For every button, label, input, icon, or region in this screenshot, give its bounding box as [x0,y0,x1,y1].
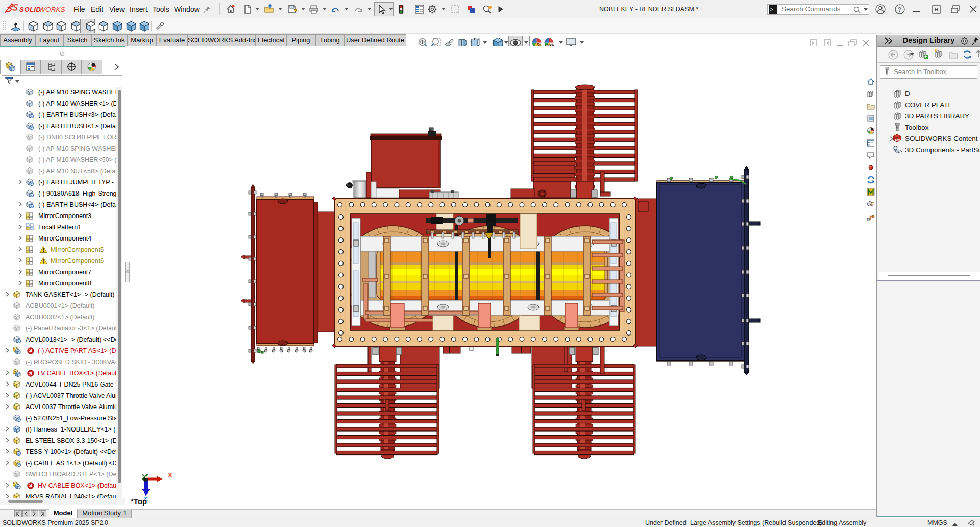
svg-text:SW: SW [895,138,900,141]
svg-text:@: @ [871,201,874,205]
svg-text:WORKS: WORKS [39,6,65,13]
svg-text:X: X [168,471,173,479]
svg-text:SOLID: SOLID [19,6,41,13]
svg-text:?: ? [898,6,901,13]
